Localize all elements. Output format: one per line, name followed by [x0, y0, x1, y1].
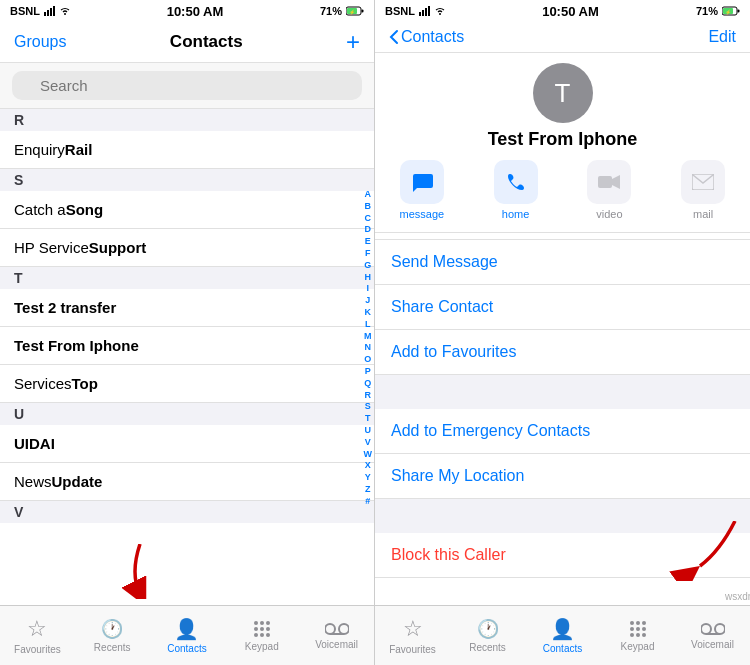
svg-marker-30	[612, 175, 620, 189]
mail-icon-circle	[681, 160, 725, 204]
left-nav-bar: Groups Contacts +	[0, 22, 374, 63]
add-contact-button[interactable]: +	[346, 28, 360, 56]
svg-point-12	[254, 627, 258, 631]
mail-icon	[692, 174, 714, 190]
tab-label-r: Favourites	[389, 644, 436, 655]
contacts-icon-r: 👤	[550, 617, 575, 641]
action-call[interactable]: home	[469, 160, 563, 220]
time-left: 10:50 AM	[70, 4, 320, 19]
list-item[interactable]: Test 2 transfer	[0, 289, 374, 327]
search-input[interactable]	[12, 71, 362, 100]
status-bar-left: BSNL 10:50 AM 71% ⚡	[0, 0, 374, 22]
contact-list: R Enquiry Rail S Catch a Song HP Service…	[0, 109, 374, 605]
option-share-contact[interactable]: Share Contact	[375, 285, 750, 330]
tab-voicemail-left[interactable]: Voicemail	[299, 621, 374, 650]
action-label: mail	[693, 208, 713, 220]
option-share-location[interactable]: Share My Location	[375, 454, 750, 499]
favourites-icon: ☆	[27, 616, 47, 642]
svg-rect-5	[362, 10, 364, 13]
tab-label: Voicemail	[315, 639, 358, 650]
svg-rect-24	[428, 6, 430, 16]
battery-left: 71%	[320, 5, 342, 17]
back-button[interactable]: Contacts	[389, 28, 464, 46]
svg-point-43	[715, 624, 725, 634]
svg-rect-3	[53, 6, 55, 16]
tab-contacts-right[interactable]: 👤 Contacts	[525, 617, 600, 654]
svg-point-14	[266, 627, 270, 631]
tab-label: Favourites	[14, 644, 61, 655]
list-item[interactable]: Services Top	[0, 365, 374, 403]
svg-rect-21	[419, 12, 421, 16]
svg-point-34	[636, 621, 640, 625]
list-item[interactable]: News Update	[0, 463, 374, 501]
call-icon-circle	[494, 160, 538, 204]
svg-point-38	[642, 627, 646, 631]
list-item[interactable]: HP Service Support	[0, 229, 374, 267]
search-bar: 🔍	[0, 63, 374, 109]
tab-bar-right: ☆ Favourites 🕐 Recents 👤 Contacts Keypad	[375, 605, 750, 665]
tab-contacts-left[interactable]: 👤 Contacts	[150, 617, 225, 654]
svg-point-40	[636, 633, 640, 637]
voicemail-icon-r	[701, 621, 725, 637]
svg-point-41	[642, 633, 646, 637]
edit-button[interactable]: Edit	[708, 28, 736, 46]
video-icon-circle	[587, 160, 631, 204]
right-panel: BSNL 10:50 AM 71% ⚡ Contacts Edit T Test…	[375, 0, 750, 665]
option-block-caller[interactable]: Block this Caller	[375, 533, 750, 578]
tab-keypad-left[interactable]: Keypad	[224, 619, 299, 652]
list-item[interactable]: Catch a Song	[0, 191, 374, 229]
right-nav-bar: Contacts Edit	[375, 22, 750, 53]
message-icon-circle	[400, 160, 444, 204]
option-send-message[interactable]: Send Message	[375, 240, 750, 285]
action-label: message	[400, 208, 445, 220]
tab-label: Recents	[94, 642, 131, 653]
tab-favourites-right[interactable]: ☆ Favourites	[375, 616, 450, 655]
tab-recents-right[interactable]: 🕐 Recents	[450, 618, 525, 653]
tab-label-r: Contacts	[543, 643, 582, 654]
action-message[interactable]: message	[375, 160, 469, 220]
svg-rect-26	[738, 10, 740, 13]
svg-point-15	[254, 633, 258, 637]
list-item-test-from-iphone[interactable]: Test From Iphone	[0, 327, 374, 365]
action-label: video	[596, 208, 622, 220]
option-add-emergency[interactable]: Add to Emergency Contacts	[375, 409, 750, 454]
svg-point-10	[260, 621, 264, 625]
svg-point-11	[266, 621, 270, 625]
signal-icon	[44, 6, 56, 16]
tab-bar-left: ☆ Favourites 🕐 Recents 👤 Contacts Keypad	[0, 605, 374, 665]
action-icons-row: message home video	[375, 160, 750, 233]
voicemail-icon	[325, 621, 349, 637]
tab-recents-left[interactable]: 🕐 Recents	[75, 618, 150, 653]
section-header-s: S	[0, 169, 374, 191]
svg-point-33	[630, 621, 634, 625]
contacts-icon: 👤	[174, 617, 199, 641]
video-icon	[598, 174, 620, 190]
action-mail[interactable]: mail	[656, 160, 750, 220]
recents-icon-r: 🕐	[477, 618, 499, 640]
svg-rect-29	[598, 176, 612, 188]
option-separator-2	[375, 499, 750, 533]
alphabet-index[interactable]: A B C D E F G H I J K L M N O P Q R S T …	[364, 189, 373, 507]
tab-favourites-left[interactable]: ☆ Favourites	[0, 616, 75, 655]
tab-keypad-right[interactable]: Keypad	[600, 619, 675, 652]
groups-button[interactable]: Groups	[14, 33, 66, 51]
tab-label: Contacts	[167, 643, 206, 654]
svg-point-37	[636, 627, 640, 631]
svg-point-17	[266, 633, 270, 637]
action-label: home	[502, 208, 530, 220]
phone-icon	[506, 172, 526, 192]
tab-voicemail-right[interactable]: Voicemail	[675, 621, 750, 650]
svg-rect-0	[44, 12, 46, 16]
option-add-favourites[interactable]: Add to Favourites	[375, 330, 750, 375]
list-item[interactable]: Enquiry Rail	[0, 131, 374, 169]
status-bar-right: BSNL 10:50 AM 71% ⚡	[375, 0, 750, 22]
contact-options: Send Message Share Contact Add to Favour…	[375, 240, 750, 605]
message-icon	[411, 172, 433, 192]
section-header-v: V	[0, 501, 374, 523]
action-video[interactable]: video	[563, 160, 657, 220]
list-item[interactable]: UIDAI	[0, 425, 374, 463]
tab-label: Keypad	[245, 641, 279, 652]
left-panel: BSNL 10:50 AM 71% ⚡ Groups Contacts + 🔍	[0, 0, 375, 665]
svg-text:⚡: ⚡	[725, 9, 732, 16]
tab-label-r: Keypad	[621, 641, 655, 652]
